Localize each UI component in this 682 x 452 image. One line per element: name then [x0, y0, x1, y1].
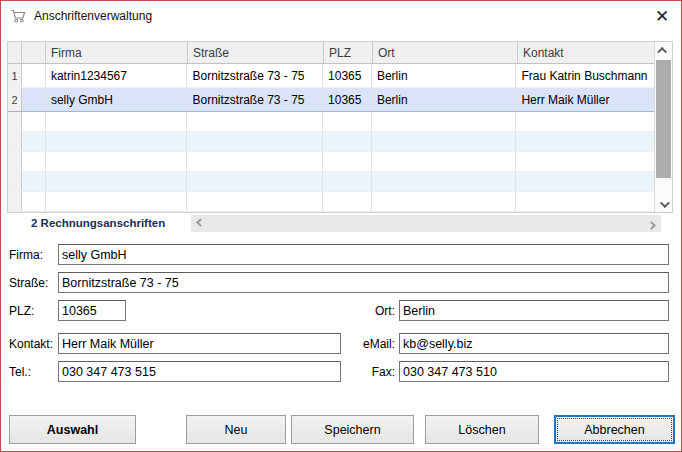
table-row[interactable]: 1katrin1234567Bornitzstraße 73 - 7510365… — [8, 64, 654, 88]
cell-strasse: Bornitzstraße 73 - 75 — [187, 88, 323, 111]
ort-field[interactable] — [399, 300, 669, 321]
chevron-up-icon — [657, 46, 667, 56]
fax-label: Fax: — [331, 365, 395, 379]
row-marker — [22, 88, 46, 111]
cell-strasse: Bornitzstraße 73 - 75 — [187, 64, 323, 87]
chevron-down-icon — [660, 198, 670, 208]
plz-field[interactable] — [58, 300, 126, 321]
row-number — [8, 192, 22, 211]
email-field[interactable] — [399, 333, 669, 354]
row-marker — [22, 192, 46, 211]
ort-label: Ort: — [331, 304, 395, 318]
firma-label: Firma: — [9, 248, 43, 262]
row-marker — [22, 112, 46, 131]
neu-button[interactable]: Neu — [186, 415, 286, 444]
cell-plz — [323, 112, 372, 131]
vertical-scrollbar[interactable] — [654, 42, 672, 212]
column-header-marker — [22, 42, 46, 63]
row-marker — [22, 64, 46, 87]
cell-plz — [323, 132, 372, 151]
row-marker — [22, 172, 46, 191]
row-marker — [22, 152, 46, 171]
chevron-left-icon — [196, 218, 204, 226]
row-number — [8, 152, 22, 171]
scroll-up-button[interactable] — [655, 42, 672, 58]
cell-kontakt — [516, 192, 654, 211]
strasse-field[interactable] — [58, 272, 669, 293]
cell-strasse — [187, 132, 323, 151]
table-row[interactable]: 2selly GmbHBornitzstraße 73 - 7510365Ber… — [8, 88, 654, 112]
cell-ort — [372, 112, 517, 131]
column-header-kontakt[interactable]: Kontakt — [518, 42, 656, 63]
title-bar: Anschriftenverwaltung ✕ — [1, 1, 681, 31]
row-number — [8, 172, 22, 191]
cell-kontakt: Frau Katrin Buschmann — [516, 64, 654, 87]
shopping-cart-icon — [10, 8, 27, 24]
row-number: 1 — [8, 64, 22, 87]
row-number — [8, 132, 22, 151]
table-row[interactable] — [8, 172, 654, 192]
column-header-firma[interactable]: Firma — [46, 42, 188, 63]
record-count-status: 2 Rechnungsanschriften — [31, 217, 165, 229]
cell-strasse — [187, 192, 323, 211]
column-header-ort[interactable]: Ort — [373, 42, 518, 63]
tel-field[interactable] — [58, 361, 341, 382]
anschriftenverwaltung-dialog: Anschriftenverwaltung ✕ Firma Straße PLZ… — [0, 0, 682, 452]
kontakt-field[interactable] — [58, 333, 341, 354]
cell-ort — [372, 192, 517, 211]
close-button[interactable]: ✕ — [650, 5, 674, 27]
column-header-strasse[interactable]: Straße — [188, 42, 324, 63]
cell-plz — [323, 172, 372, 191]
cell-strasse — [187, 172, 323, 191]
cell-kontakt — [516, 112, 654, 131]
cell-plz — [323, 152, 372, 171]
kontakt-label: Kontakt: — [9, 337, 53, 351]
address-table: Firma Straße PLZ Ort Kontakt 1katrin1234… — [7, 41, 673, 213]
scroll-right-button[interactable] — [645, 215, 661, 232]
cell-firma — [46, 172, 188, 191]
scroll-left-button[interactable] — [191, 215, 207, 232]
row-number: 2 — [8, 88, 22, 111]
strasse-label: Straße: — [9, 276, 48, 290]
horizontal-scrollbar[interactable] — [191, 215, 661, 232]
email-label: eMail: — [331, 337, 395, 351]
cell-firma — [46, 112, 188, 131]
cell-ort — [372, 132, 517, 151]
firma-field[interactable] — [58, 244, 669, 265]
cell-plz: 10365 — [323, 64, 372, 87]
plz-label: PLZ: — [9, 304, 34, 318]
cell-ort — [372, 172, 517, 191]
cell-strasse — [187, 152, 323, 171]
fax-field[interactable] — [399, 361, 669, 382]
cell-kontakt: Herr Maik Müller — [516, 88, 654, 111]
cell-kontakt — [516, 152, 654, 171]
cell-kontakt — [516, 132, 654, 151]
cell-firma — [46, 152, 188, 171]
auswahl-button[interactable]: Auswahl — [9, 415, 136, 444]
table-row[interactable] — [8, 192, 654, 212]
scroll-down-button[interactable] — [655, 196, 672, 212]
cell-firma: selly GmbH — [46, 88, 188, 111]
chevron-right-icon — [647, 221, 655, 229]
cell-firma — [46, 132, 188, 151]
row-number — [8, 112, 22, 131]
abbrechen-button[interactable]: Abbrechen — [554, 415, 675, 444]
row-marker — [22, 132, 46, 151]
vertical-scrollbar-thumb[interactable] — [656, 60, 671, 178]
table-row[interactable] — [8, 152, 654, 172]
cell-firma — [46, 192, 188, 211]
table-row[interactable] — [8, 112, 654, 132]
cell-kontakt — [516, 172, 654, 191]
cell-ort — [372, 152, 517, 171]
table-row[interactable] — [8, 132, 654, 152]
speichern-button[interactable]: Speichern — [291, 415, 414, 444]
cell-ort: Berlin — [372, 88, 517, 111]
loeschen-button[interactable]: Löschen — [425, 415, 539, 444]
cell-ort: Berlin — [372, 64, 517, 87]
window-title: Anschriftenverwaltung — [34, 9, 152, 23]
table-header: Firma Straße PLZ Ort Kontakt — [8, 42, 672, 64]
cell-strasse — [187, 112, 323, 131]
column-header-plz[interactable]: PLZ — [324, 42, 373, 63]
column-header-rownum — [8, 42, 22, 63]
cell-firma: katrin1234567 — [46, 64, 188, 87]
